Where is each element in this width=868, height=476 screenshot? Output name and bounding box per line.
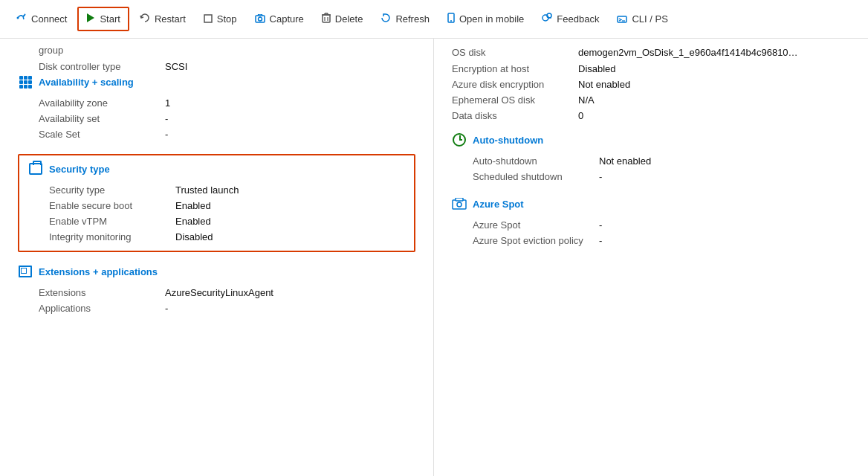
sec-boot-label: Enable secure boot bbox=[49, 200, 175, 211]
shutdown-value: Not enabled bbox=[599, 155, 651, 167]
eviction-row: Azure Spot eviction policy - bbox=[452, 233, 850, 248]
avail-set-row: Availability set - bbox=[18, 111, 415, 126]
refresh-label: Refresh bbox=[395, 13, 430, 25]
availability-header: Availability + scaling bbox=[18, 74, 415, 89]
scheduled-label: Scheduled shutdown bbox=[473, 171, 599, 182]
delete-button[interactable]: Delete bbox=[314, 8, 371, 30]
sec-integrity-row: Integrity monitoring Disabled bbox=[28, 229, 405, 245]
shutdown-label: Auto-shutdown bbox=[473, 155, 599, 167]
feedback-icon bbox=[542, 13, 552, 25]
partial-group-text: group bbox=[18, 45, 415, 59]
svg-point-4 bbox=[258, 17, 262, 21]
avail-set-label: Availability set bbox=[39, 113, 165, 124]
eviction-value: - bbox=[599, 235, 602, 246]
app-value: - bbox=[165, 303, 168, 314]
os-disk-label: OS disk bbox=[452, 47, 578, 58]
main-content: group Disk controller type SCSI Availabi… bbox=[0, 39, 868, 476]
ephemeral-value: N/A bbox=[578, 94, 595, 106]
connect-icon bbox=[16, 13, 27, 25]
extensions-title: Extensions + applications bbox=[39, 266, 158, 277]
sec-type-row: Security type Trusted launch bbox=[28, 182, 405, 198]
capture-icon bbox=[255, 13, 265, 25]
sec-type-label: Security type bbox=[49, 184, 175, 196]
encryption-label: Encryption at host bbox=[452, 63, 578, 74]
auto-shutdown-section: Auto-shutdown Auto-shutdown Not enabled … bbox=[452, 132, 850, 184]
svg-rect-19 bbox=[453, 200, 466, 209]
feedback-label: Feedback bbox=[557, 13, 599, 25]
open-mobile-button[interactable]: Open in mobile bbox=[440, 8, 531, 30]
sec-vtpm-label: Enable vTPM bbox=[49, 216, 175, 227]
avail-zone-label: Availability zone bbox=[39, 97, 165, 109]
avail-set-value: - bbox=[165, 113, 168, 124]
auto-shutdown-title: Auto-shutdown bbox=[473, 135, 543, 146]
delete-label: Delete bbox=[335, 13, 363, 25]
data-disks-value: 0 bbox=[578, 110, 583, 121]
ephemeral-label: Ephemeral OS disk bbox=[452, 94, 578, 106]
sec-vtpm-row: Enable vTPM Enabled bbox=[28, 213, 405, 229]
security-icon bbox=[28, 161, 43, 176]
delete-icon bbox=[322, 13, 331, 25]
sec-boot-value: Enabled bbox=[175, 200, 211, 211]
refresh-button[interactable]: Refresh bbox=[373, 8, 437, 30]
cli-icon bbox=[617, 13, 627, 25]
toolbar: Connect Start Restart Stop bbox=[0, 0, 868, 39]
sec-integrity-value: Disabled bbox=[175, 231, 213, 242]
security-section: Security type Security type Trusted laun… bbox=[18, 154, 415, 252]
security-title: Security type bbox=[49, 164, 110, 175]
sec-vtpm-value: Enabled bbox=[175, 216, 211, 227]
spot-label: Azure Spot bbox=[473, 219, 599, 231]
cli-button[interactable]: CLI / PS bbox=[609, 9, 675, 30]
spot-row: Azure Spot - bbox=[452, 217, 850, 233]
stop-button[interactable]: Stop bbox=[196, 9, 244, 30]
right-panel: OS disk demogen2vm_OsDisk_1_e960a4f1414b… bbox=[434, 39, 868, 476]
start-button[interactable]: Start bbox=[77, 7, 129, 31]
scheduled-row: Scheduled shutdown - bbox=[452, 169, 850, 184]
sec-type-value: Trusted launch bbox=[175, 184, 239, 196]
azure-spot-icon bbox=[452, 196, 467, 211]
connect-button[interactable]: Connect bbox=[9, 8, 74, 30]
refresh-icon bbox=[380, 13, 391, 25]
app-row: Applications - bbox=[18, 300, 415, 316]
azure-enc-row: Azure disk encryption Not enabled bbox=[452, 77, 850, 92]
avail-scale-value: - bbox=[165, 129, 168, 140]
data-disks-row: Data disks 0 bbox=[452, 108, 850, 123]
cli-label: CLI / PS bbox=[632, 13, 667, 25]
start-label: Start bbox=[100, 13, 120, 25]
encryption-row: Encryption at host Disabled bbox=[452, 61, 850, 77]
svg-rect-17 bbox=[618, 16, 626, 22]
extensions-icon bbox=[18, 264, 33, 279]
capture-button[interactable]: Capture bbox=[247, 9, 311, 30]
disk-controller-value: SCSI bbox=[165, 61, 187, 72]
avail-scale-label: Scale Set bbox=[39, 129, 165, 140]
connect-label: Connect bbox=[31, 13, 67, 25]
disk-controller-label: Disk controller type bbox=[39, 61, 165, 72]
encryption-value: Disabled bbox=[578, 63, 616, 74]
avail-zone-value: 1 bbox=[165, 97, 170, 109]
ext-value: AzureSecurityLinuxAgent bbox=[165, 287, 273, 298]
availability-section: Availability + scaling Availability zone… bbox=[18, 74, 415, 142]
start-icon bbox=[86, 13, 95, 25]
availability-icon bbox=[18, 74, 33, 89]
left-panel: group Disk controller type SCSI Availabi… bbox=[0, 39, 434, 476]
restart-icon bbox=[140, 13, 150, 25]
ext-label: Extensions bbox=[39, 287, 165, 298]
avail-zone-row: Availability zone 1 bbox=[18, 95, 415, 111]
restart-label: Restart bbox=[155, 13, 186, 25]
os-disk-row: OS disk demogen2vm_OsDisk_1_e960a4f1414b… bbox=[452, 45, 850, 61]
disk-controller-row: Disk controller type SCSI bbox=[18, 59, 415, 74]
os-disk-value: demogen2vm_OsDisk_1_e960a4f1414b4c968103… bbox=[578, 47, 801, 58]
data-disks-label: Data disks bbox=[452, 110, 578, 121]
azure-enc-value: Not enabled bbox=[578, 79, 630, 90]
mobile-icon bbox=[447, 13, 455, 25]
stop-label: Stop bbox=[217, 13, 237, 25]
restart-button[interactable]: Restart bbox=[132, 8, 193, 30]
sec-boot-row: Enable secure boot Enabled bbox=[28, 198, 405, 213]
svg-point-13 bbox=[450, 20, 452, 22]
svg-rect-2 bbox=[204, 15, 212, 22]
eviction-label: Azure Spot eviction policy bbox=[473, 235, 599, 246]
availability-title: Availability + scaling bbox=[39, 77, 134, 88]
azure-spot-header: Azure Spot bbox=[452, 196, 850, 211]
stop-icon bbox=[204, 13, 213, 25]
svg-rect-5 bbox=[323, 15, 330, 22]
feedback-button[interactable]: Feedback bbox=[534, 8, 606, 30]
